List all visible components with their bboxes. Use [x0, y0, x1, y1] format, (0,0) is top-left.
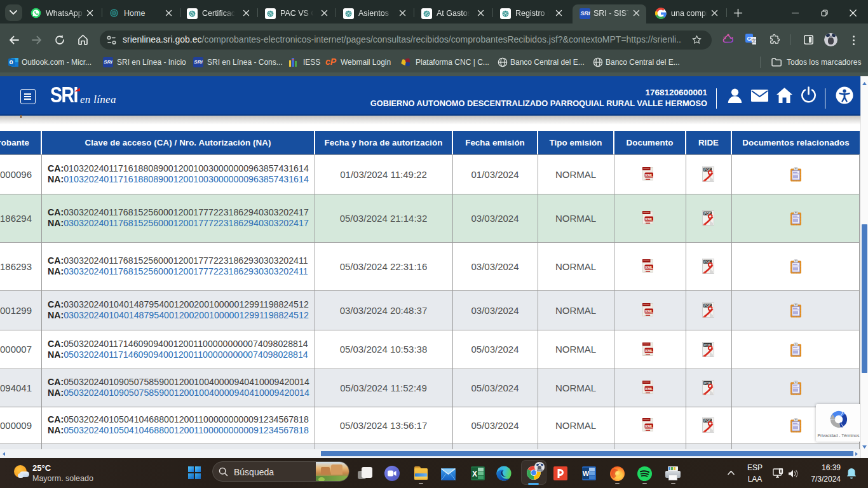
svg-text:G: G: [747, 36, 751, 42]
svg-text:文: 文: [752, 38, 757, 44]
